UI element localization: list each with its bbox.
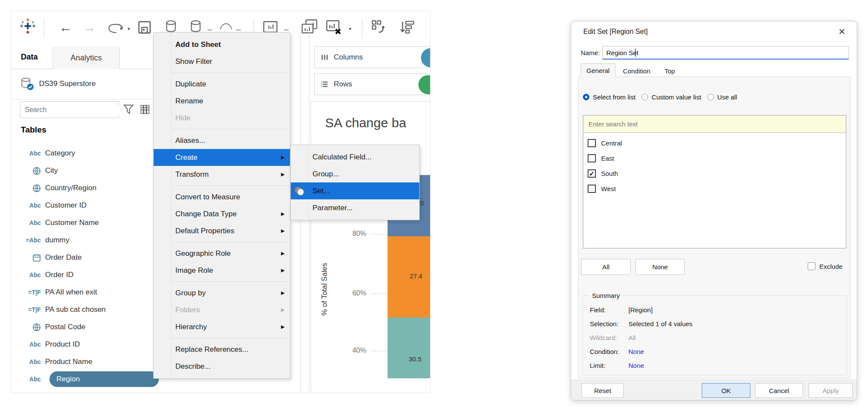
- datasource-icon[interactable]: [165, 20, 177, 33]
- datasource-icon[interactable]: [190, 20, 201, 33]
- dropdown-caret-icon[interactable]: ▾: [128, 26, 130, 32]
- new-worksheet-icon[interactable]: [263, 21, 278, 33]
- undo-back-arrow-icon[interactable]: ←: [59, 21, 72, 34]
- data-pane-tab-strip: Data Analytics: [11, 46, 160, 69]
- field-row-order-date[interactable]: Order Date: [11, 249, 160, 266]
- redo-forward-arrow-icon[interactable]: →: [83, 21, 96, 34]
- member-row-central[interactable]: Central: [583, 136, 846, 151]
- menu-item-transform[interactable]: Transform▶: [154, 166, 290, 183]
- tab-data[interactable]: Data: [21, 53, 38, 62]
- radio-label-use-all[interactable]: Use all: [717, 93, 737, 101]
- dash-icon[interactable]: [236, 30, 241, 30]
- tab-top[interactable]: Top: [658, 65, 681, 77]
- columns-shelf[interactable]: Columns: [314, 46, 431, 68]
- field-row-customer-id[interactable]: AbcCustomer ID: [11, 197, 160, 214]
- checkbox-checked-icon[interactable]: ✓: [588, 169, 596, 178]
- menu-item-aliases[interactable]: Aliases...: [154, 132, 290, 149]
- menu-item-show-filter[interactable]: Show Filter: [154, 53, 290, 70]
- menu-item-add-to-sheet[interactable]: Add to Sheet: [154, 36, 290, 53]
- field-row-country-region[interactable]: Country/Region: [11, 179, 160, 197]
- field-row-category[interactable]: AbcCategory: [11, 145, 160, 162]
- field-row-pa-all-when-exit[interactable]: =T|FPA All when exit: [11, 284, 160, 301]
- submenu-item-calculated-field[interactable]: Calculated Field...: [291, 149, 419, 165]
- menu-item-change-data-type[interactable]: Change Data Type▶: [154, 205, 290, 222]
- rows-pill-cut[interactable]: [418, 75, 431, 94]
- field-row-pa-sub-cat-chosen[interactable]: =T|FPA sub cat chosen: [11, 301, 160, 318]
- field-row-customer-name[interactable]: AbcCustomer Name: [11, 214, 160, 231]
- submenu-item-set[interactable]: Set...: [291, 182, 419, 199]
- field-search-box[interactable]: [20, 101, 119, 118]
- set-name-input[interactable]: [602, 46, 849, 60]
- datasource-name: DS39 Superstore: [39, 79, 95, 88]
- menu-item-geographic-role[interactable]: Geographic Role▶: [154, 245, 290, 262]
- undo-arc-icon[interactable]: [219, 22, 233, 32]
- field-row-region-selected[interactable]: Abc Region: [11, 370, 160, 388]
- close-icon[interactable]: ✕: [836, 26, 848, 38]
- sort-descending-icon[interactable]: [400, 20, 415, 34]
- pause-dash-icon[interactable]: [207, 30, 212, 30]
- save-icon[interactable]: [138, 21, 151, 34]
- radio-label-custom-value-list[interactable]: Custom value list: [651, 93, 701, 101]
- menu-item-convert-to-measure[interactable]: Convert to Measure: [154, 188, 290, 205]
- radio-icon[interactable]: [641, 94, 648, 100]
- field-row-postal-code[interactable]: Postal Code: [11, 318, 160, 336]
- tab-analytics[interactable]: Analytics: [53, 46, 120, 69]
- ok-button[interactable]: OK: [702, 383, 750, 398]
- swap-rows-columns-icon[interactable]: [372, 20, 387, 34]
- menu-item-create[interactable]: Create▶: [154, 149, 290, 166]
- member-search-row[interactable]: [583, 116, 846, 133]
- field-row-product-id[interactable]: AbcProduct ID: [11, 336, 160, 353]
- dialog-title: Edit Set [Region Set]: [583, 28, 648, 36]
- checkbox-unchecked-icon[interactable]: [588, 154, 596, 162]
- menu-item-describe[interactable]: Describe...: [154, 358, 290, 375]
- tableau-window: ← → ▾: [11, 11, 431, 393]
- submenu-item-group[interactable]: Group...: [291, 165, 419, 182]
- member-search-input[interactable]: [583, 120, 846, 128]
- clear-sheet-icon[interactable]: [326, 20, 342, 35]
- exclude-control[interactable]: Exclude: [808, 262, 842, 270]
- submenu-arrow-icon: ▶: [281, 172, 285, 177]
- cancel-button[interactable]: Cancel: [755, 383, 803, 398]
- menu-item-hierarchy[interactable]: Hierarchy▶: [154, 318, 290, 335]
- dash-icon[interactable]: [284, 30, 289, 30]
- rows-shelf[interactable]: Rows: [314, 73, 431, 95]
- search-input[interactable]: [20, 106, 119, 114]
- field-row-order-id[interactable]: AbcOrder ID: [11, 266, 160, 284]
- field-row-dummy[interactable]: =Abcdummy: [11, 231, 160, 249]
- tab-general[interactable]: General: [581, 63, 615, 77]
- member-row-south[interactable]: ✓South: [583, 166, 846, 181]
- menu-separator: [171, 129, 290, 129]
- menu-item-rename[interactable]: Rename: [154, 93, 290, 109]
- submenu-item-parameter[interactable]: Parameter...: [291, 199, 419, 216]
- replay-loop-icon[interactable]: [108, 23, 124, 34]
- member-row-east[interactable]: East: [583, 151, 846, 166]
- menu-item-image-role[interactable]: Image Role▶: [154, 262, 290, 279]
- bar-segment-middle[interactable]: [388, 236, 431, 317]
- radio-icon[interactable]: [707, 94, 714, 100]
- field-row-city[interactable]: City: [11, 162, 160, 179]
- member-row-west[interactable]: West: [583, 181, 846, 196]
- duplicate-sheet-icon[interactable]: [301, 19, 318, 35]
- view-as-grid-icon[interactable]: [140, 104, 150, 116]
- reset-button[interactable]: Reset: [582, 383, 624, 398]
- none-button[interactable]: None: [635, 259, 685, 275]
- tab-condition[interactable]: Condition: [616, 65, 657, 77]
- region-selected-pill[interactable]: Region: [49, 371, 159, 387]
- menu-item-duplicate[interactable]: Duplicate: [154, 76, 290, 93]
- all-button[interactable]: All: [581, 259, 631, 275]
- menu-item-replace-references[interactable]: Replace References...: [154, 341, 290, 358]
- divider: [11, 99, 160, 99]
- radio-selected-icon[interactable]: [583, 94, 589, 100]
- checkbox-unchecked-icon[interactable]: [588, 139, 596, 147]
- field-row-product-name[interactable]: AbcProduct Name: [11, 353, 160, 370]
- menu-item-group-by[interactable]: Group by▶: [154, 284, 290, 301]
- bar-segment-bottom[interactable]: [388, 317, 431, 378]
- checkbox-unchecked-icon[interactable]: [588, 185, 596, 193]
- menu-item-default-properties[interactable]: Default Properties▶: [154, 222, 290, 239]
- radio-label-select-from-list[interactable]: Select from list: [593, 93, 635, 101]
- columns-pill-cut[interactable]: [421, 48, 431, 67]
- filter-funnel-icon[interactable]: [123, 104, 134, 116]
- dropdown-caret-icon[interactable]: ▾: [349, 26, 352, 32]
- exclude-checkbox-icon[interactable]: [808, 262, 815, 270]
- datasource-row[interactable]: DS39 Superstore: [21, 73, 160, 94]
